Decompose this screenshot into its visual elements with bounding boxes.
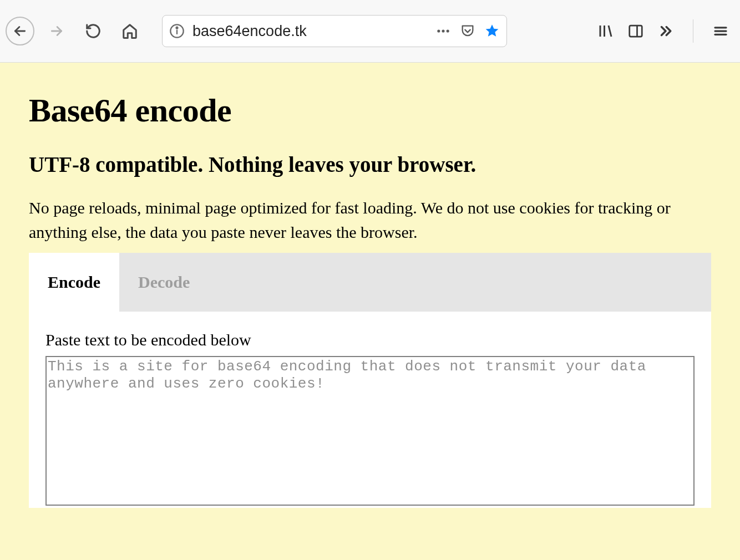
page-content: Base64 encode UTF-8 compatible. Nothing …: [0, 63, 740, 560]
encode-panel: Paste text to be encoded below: [29, 312, 711, 508]
svg-point-4: [176, 27, 178, 29]
svg-line-10: [609, 26, 611, 37]
address-bar-actions: [435, 23, 500, 39]
pocket-icon[interactable]: [460, 23, 475, 39]
back-button[interactable]: [6, 17, 34, 45]
input-label: Paste text to be encoded below: [45, 330, 695, 349]
tab-encode[interactable]: Encode: [29, 253, 119, 312]
menu-icon[interactable]: [712, 23, 729, 39]
home-icon: [121, 23, 138, 39]
reload-button[interactable]: [79, 17, 108, 45]
reload-icon: [85, 23, 102, 39]
arrow-left-icon: [13, 24, 27, 38]
browser-toolbar: base64encode.tk: [0, 0, 740, 63]
arrow-right-icon: [49, 24, 64, 38]
library-icon[interactable]: [597, 23, 614, 39]
tabs: Encode Decode: [29, 253, 711, 312]
sidebar-icon[interactable]: [627, 23, 644, 39]
svg-rect-11: [630, 26, 642, 37]
url-text[interactable]: base64encode.tk: [192, 23, 428, 40]
tab-decode[interactable]: Decode: [119, 253, 209, 312]
home-button[interactable]: [115, 17, 144, 45]
page-subtitle: UTF-8 compatible. Nothing leaves your br…: [29, 152, 711, 177]
svg-point-6: [442, 29, 444, 32]
address-bar[interactable]: base64encode.tk: [162, 15, 507, 47]
forward-button[interactable]: [42, 17, 71, 45]
bookmark-star-icon[interactable]: [484, 23, 500, 39]
overflow-icon[interactable]: [657, 23, 674, 39]
svg-point-5: [437, 29, 440, 32]
more-icon[interactable]: [435, 23, 451, 39]
page-description: No page reloads, minimal page optimized …: [29, 196, 711, 244]
separator: [693, 19, 693, 43]
encode-input[interactable]: [45, 356, 695, 506]
svg-point-7: [447, 29, 449, 32]
toolbar-right: [597, 19, 729, 43]
page-title: Base64 encode: [29, 91, 711, 130]
info-icon: [169, 23, 185, 39]
